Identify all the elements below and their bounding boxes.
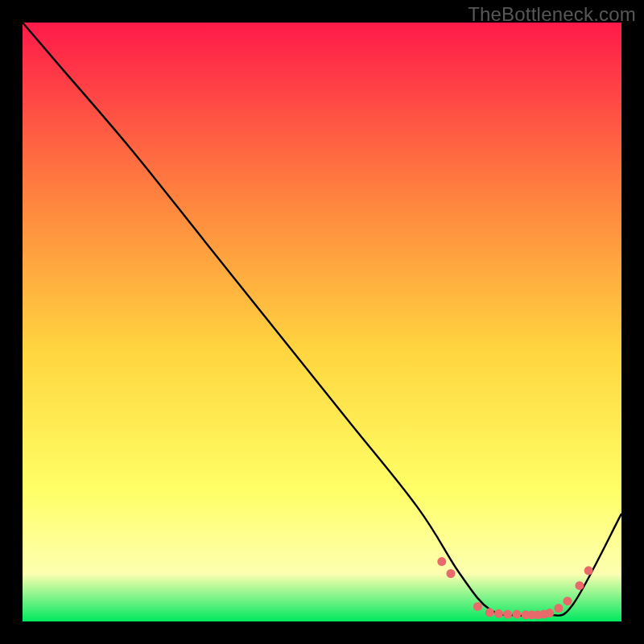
marker-point <box>584 566 593 575</box>
marker-point <box>494 609 503 618</box>
marker-point <box>554 604 563 613</box>
marker-point <box>437 557 446 566</box>
marker-point <box>485 608 494 617</box>
plot-area <box>23 23 621 621</box>
marker-point <box>575 581 584 590</box>
marker-point <box>564 597 572 605</box>
chart-frame: TheBottleneck.com <box>0 0 644 644</box>
marker-point <box>545 609 554 617</box>
marker-point <box>447 569 456 578</box>
chart-svg <box>23 23 621 621</box>
marker-point <box>473 602 482 611</box>
marker-point <box>512 610 521 619</box>
marker-point <box>503 610 512 619</box>
watermark-text: TheBottleneck.com <box>468 3 636 26</box>
bottleneck-curve <box>23 23 621 617</box>
